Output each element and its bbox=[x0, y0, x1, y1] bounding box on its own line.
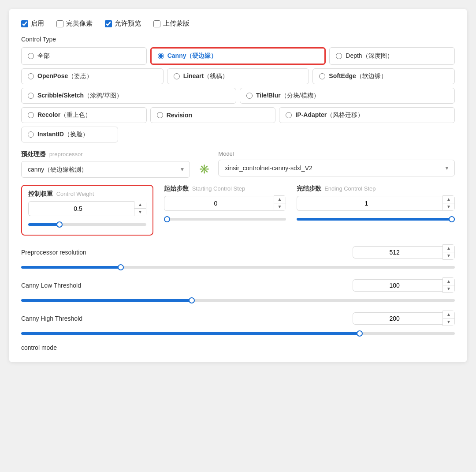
pr-value-input[interactable] bbox=[353, 246, 443, 258]
main-panel: 启用 完美像素 允许预览 上传蒙版 Control Type 全部 Canny（… bbox=[9, 9, 467, 362]
radio-recolor-input[interactable] bbox=[28, 112, 34, 118]
pr-down[interactable]: ▼ bbox=[443, 252, 454, 259]
enable-checkbox-label[interactable]: 启用 bbox=[21, 19, 44, 28]
canny-high-slider[interactable] bbox=[21, 332, 455, 335]
radio-scribble-label: Scribble/Sketch（涂鸦/草图） bbox=[37, 92, 123, 100]
upload-mini-checkbox-label[interactable]: 上传蒙版 bbox=[153, 19, 190, 28]
preprocessor-resolution-row: Preprocessor resolution ▲ ▼ bbox=[21, 244, 455, 270]
model-label: Model bbox=[218, 150, 455, 157]
starting-up[interactable]: ▲ bbox=[274, 196, 286, 203]
control-weight-slider[interactable] bbox=[28, 223, 146, 226]
starting-slider[interactable] bbox=[164, 218, 286, 221]
starting-control-box: 起始步数 Starting Control Step ▲ ▼ bbox=[164, 185, 286, 222]
starting-stepper: ▲ ▼ bbox=[274, 195, 286, 211]
radio-openpose-input[interactable] bbox=[28, 73, 34, 79]
upload-mini-checkbox[interactable] bbox=[153, 20, 160, 27]
preprocessor-label-en: preprocessor bbox=[49, 151, 83, 157]
radio-recolor[interactable]: Recolor（重上色） bbox=[21, 107, 147, 123]
radio-revision-input[interactable] bbox=[157, 112, 163, 118]
control-weight-input[interactable] bbox=[28, 201, 134, 216]
radio-openpose[interactable]: OpenPose（姿态） bbox=[21, 68, 164, 84]
radio-lineart-label: Lineart（线稿） bbox=[183, 72, 229, 80]
radio-softedge[interactable]: SoftEdge（软边缘） bbox=[312, 68, 455, 84]
control-mode-label: control mode bbox=[21, 344, 57, 351]
canny-low-slider[interactable] bbox=[21, 299, 455, 302]
radio-canny-label: Canny（硬边缘） bbox=[167, 52, 217, 60]
radio-softedge-label: SoftEdge（软边缘） bbox=[329, 72, 387, 80]
ending-up[interactable]: ▲ bbox=[443, 196, 454, 203]
radio-recolor-label: Recolor（重上色） bbox=[37, 111, 91, 119]
radio-ip-adapter[interactable]: IP-Adapter（风格迁移） bbox=[279, 107, 455, 123]
control-weight-up[interactable]: ▲ bbox=[134, 201, 146, 209]
pr-up[interactable]: ▲ bbox=[443, 245, 454, 252]
canny-low-input[interactable] bbox=[353, 279, 443, 292]
canny-high-row: Canny High Threshold ▲ ▼ bbox=[21, 311, 455, 337]
radio-all-label: 全部 bbox=[37, 52, 50, 60]
enable-checkbox[interactable] bbox=[21, 20, 28, 27]
magic-icon: ✳️ bbox=[199, 164, 210, 174]
preprocessor-select[interactable]: canny（硬边缘检测） bbox=[21, 161, 190, 178]
radio-instantid-input[interactable] bbox=[28, 131, 34, 138]
pr-header: Preprocessor resolution ▲ ▼ bbox=[21, 244, 455, 260]
control-mode-row: control mode bbox=[21, 344, 455, 352]
ending-label-en: Ending Control Step bbox=[324, 185, 376, 192]
canny-low-row: Canny Low Threshold ▲ ▼ bbox=[21, 277, 455, 303]
ending-slider[interactable] bbox=[297, 218, 455, 221]
canny-low-up[interactable]: ▲ bbox=[443, 278, 454, 285]
ending-input-row: ▲ ▼ bbox=[297, 195, 455, 211]
radio-scribble[interactable]: Scribble/Sketch（涂鸦/草图） bbox=[21, 88, 236, 104]
ending-stepper: ▲ ▼ bbox=[443, 195, 455, 211]
canny-high-input[interactable] bbox=[353, 312, 443, 325]
radio-ip-adapter-input[interactable] bbox=[286, 112, 292, 118]
radio-softedge-input[interactable] bbox=[319, 73, 325, 79]
enable-label: 启用 bbox=[31, 19, 44, 28]
model-select[interactable]: xinsir_controlnet-canny-sdxl_V2 bbox=[218, 160, 455, 176]
starting-input[interactable] bbox=[164, 196, 274, 211]
starting-label: 起始步数 Starting Control Step bbox=[164, 185, 286, 193]
control-weight-down[interactable]: ▼ bbox=[134, 209, 146, 216]
pr-stepper: ▲ ▼ bbox=[443, 244, 455, 260]
allow-preview-checkbox[interactable] bbox=[105, 20, 112, 27]
perfect-pixel-checkbox-label[interactable]: 完美像素 bbox=[56, 19, 93, 28]
radio-instantid[interactable]: InstantID（换脸） bbox=[21, 127, 118, 142]
radio-revision[interactable]: Revision bbox=[150, 107, 276, 123]
perfect-pixel-checkbox[interactable] bbox=[56, 20, 63, 27]
radio-lineart[interactable]: Lineart（线稿） bbox=[167, 68, 309, 84]
pr-slider[interactable] bbox=[21, 266, 455, 269]
canny-high-down[interactable]: ▼ bbox=[443, 318, 454, 326]
ending-down[interactable]: ▼ bbox=[443, 203, 454, 210]
radio-canny[interactable]: Canny（硬边缘） bbox=[150, 47, 326, 65]
radio-tile-blur[interactable]: Tile/Blur（分块/模糊） bbox=[240, 88, 455, 104]
starting-label-en: Starting Control Step bbox=[192, 185, 245, 192]
radio-scribble-input[interactable] bbox=[28, 93, 34, 99]
starting-down[interactable]: ▼ bbox=[274, 203, 286, 210]
control-weight-label-en: Control Weight bbox=[56, 191, 94, 197]
canny-high-up[interactable]: ▲ bbox=[443, 311, 454, 318]
radio-tile-blur-input[interactable] bbox=[246, 93, 253, 99]
allow-preview-checkbox-label[interactable]: 允许预览 bbox=[105, 19, 141, 28]
starting-label-zh: 起始步数 bbox=[164, 185, 189, 192]
canny-low-down[interactable]: ▼ bbox=[443, 285, 454, 292]
magic-button[interactable]: ✳️ bbox=[195, 160, 213, 178]
preprocessor-col: 预处理器 preprocessor canny（硬边缘检测） ▼ bbox=[21, 150, 190, 178]
canny-low-label: Canny Low Threshold bbox=[21, 282, 81, 289]
control-type-label: Control Type bbox=[21, 36, 455, 43]
ending-input[interactable] bbox=[297, 196, 443, 211]
control-weight-stepper: ▲ ▼ bbox=[134, 201, 146, 216]
ending-label-zh: 完结步数 bbox=[297, 185, 321, 192]
ending-label: 完结步数 Ending Control Step bbox=[297, 185, 455, 193]
radio-all[interactable]: 全部 bbox=[21, 47, 147, 65]
canny-low-header: Canny Low Threshold ▲ ▼ bbox=[21, 277, 455, 293]
radio-ip-adapter-label: IP-Adapter（风格迁移） bbox=[295, 111, 364, 119]
radio-lineart-input[interactable] bbox=[174, 73, 180, 79]
canny-high-label: Canny High Threshold bbox=[21, 315, 82, 322]
control-weight-box: 控制权重 Control Weight ▲ ▼ bbox=[21, 185, 153, 236]
radio-depth-input[interactable] bbox=[336, 53, 342, 59]
perfect-pixel-label: 完美像素 bbox=[66, 19, 93, 28]
control-weight-input-row: ▲ ▼ bbox=[28, 201, 146, 216]
radio-all-input[interactable] bbox=[28, 53, 34, 59]
radio-depth[interactable]: Depth（深度图） bbox=[329, 47, 455, 65]
radio-canny-input[interactable] bbox=[158, 53, 164, 59]
canny-high-stepper: ▲ ▼ bbox=[443, 311, 455, 326]
model-col: Model xinsir_controlnet-canny-sdxl_V2 ▼ bbox=[218, 150, 455, 176]
